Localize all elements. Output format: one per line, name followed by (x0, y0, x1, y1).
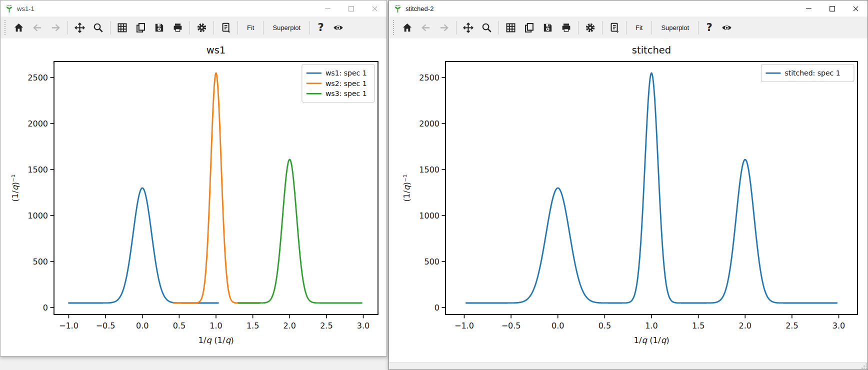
back-button[interactable] (416, 18, 435, 37)
title-bar[interactable]: ws1-1 (0, 0, 386, 16)
plot-canvas[interactable]: ws1−1.0−0.50.00.51.01.52.02.53.005001000… (0, 38, 386, 356)
x-tick-label: −1.0 (59, 321, 78, 330)
window-title: ws1-1 (17, 5, 34, 12)
x-tick-label: 2.0 (284, 321, 296, 330)
fit-button[interactable]: Fit (240, 18, 260, 37)
title-bar[interactable]: stitched-2 (389, 0, 868, 16)
generate-script-button[interactable] (605, 18, 624, 37)
back-button[interactable] (28, 18, 46, 37)
print-icon (560, 22, 572, 34)
minimize-button[interactable] (316, 0, 340, 16)
maximize-icon (347, 4, 356, 13)
toolbar-drag-handle[interactable] (393, 20, 394, 35)
y-tick-label: 0 (43, 303, 48, 312)
x-axis-label: 1/q (1/q) (198, 336, 234, 345)
forward-arrow-icon (50, 22, 62, 34)
print-button[interactable] (168, 18, 187, 37)
zoom-button[interactable] (478, 18, 496, 37)
toolbar-separator (190, 21, 190, 34)
zoom-magnifier-icon (92, 22, 104, 34)
resize-grip-icon[interactable] (860, 362, 868, 370)
y-tick-label: 0 (434, 303, 440, 312)
x-tick-label: 1.5 (692, 321, 704, 330)
back-arrow-icon (32, 22, 43, 34)
close-button[interactable] (844, 0, 868, 16)
legend[interactable]: stitched: spec 1 (761, 64, 854, 82)
copy-button[interactable] (132, 18, 150, 37)
toolbar-separator (602, 21, 602, 34)
toolbar-separator (310, 21, 310, 34)
zoom-magnifier-icon (481, 22, 492, 34)
print-button[interactable] (557, 18, 576, 37)
close-icon (852, 4, 860, 13)
grid-icon (116, 22, 128, 34)
x-tick-label: 3.0 (357, 321, 370, 330)
plot-options-button[interactable] (192, 18, 211, 37)
toolbar-separator (698, 21, 698, 34)
toolbar-separator (578, 21, 578, 34)
home-button[interactable] (10, 18, 28, 37)
pan-button[interactable] (459, 18, 478, 37)
chart-title: stitched (632, 44, 671, 56)
series-line-ws2 (174, 73, 260, 303)
save-floppy-icon (154, 22, 165, 34)
window-title: stitched-2 (406, 5, 434, 12)
plot-canvas[interactable]: stitched−1.0−0.50.00.51.01.52.02.53.0050… (389, 38, 868, 362)
toolbar-separator (626, 21, 626, 34)
zoom-button[interactable] (89, 18, 108, 37)
toolbar-separator (110, 21, 110, 34)
x-tick-label: 0.5 (173, 321, 186, 330)
x-tick-label: 1.0 (210, 321, 222, 330)
status-bar (389, 362, 868, 370)
pan-button[interactable] (70, 18, 89, 37)
plot-options-button[interactable] (581, 18, 600, 37)
maximize-button[interactable] (820, 0, 844, 16)
legend[interactable]: ws1: spec 1ws2: spec 1ws3: spec 1 (302, 64, 374, 102)
grid-icon (505, 22, 516, 34)
plot-toolbar: Fit Superplot ? (389, 16, 868, 38)
close-button[interactable] (363, 0, 386, 16)
grid-toggle-button[interactable] (113, 18, 132, 37)
home-button[interactable] (398, 18, 416, 37)
window-controls (797, 0, 868, 16)
mantid-logo-icon (394, 4, 402, 13)
y-axis-label: (1/q)⁻¹ (10, 174, 20, 202)
toggle-legend-button[interactable] (718, 18, 736, 37)
pan-move-icon (74, 22, 86, 34)
x-tick-label: −0.5 (96, 321, 116, 330)
superplot-button[interactable]: Superplot (266, 18, 307, 37)
grid-toggle-button[interactable] (502, 18, 520, 37)
plot-toolbar: Fit Superplot ? (0, 16, 386, 38)
forward-button[interactable] (435, 18, 454, 37)
y-tick-label: 2000 (419, 119, 440, 128)
superplot-button[interactable]: Superplot (654, 18, 696, 37)
maximize-icon (828, 4, 836, 13)
help-button[interactable]: ? (312, 18, 329, 37)
copy-button[interactable] (520, 18, 538, 37)
toolbar-drag-handle[interactable] (4, 20, 6, 35)
print-icon (172, 22, 184, 34)
forward-button[interactable] (46, 18, 65, 37)
x-tick-label: 1.5 (246, 321, 259, 330)
toolbar-separator (214, 21, 214, 34)
save-floppy-icon (542, 22, 554, 34)
fit-button[interactable]: Fit (629, 18, 649, 37)
save-button[interactable] (150, 18, 168, 37)
toolbar-separator (498, 21, 499, 34)
save-button[interactable] (538, 18, 557, 37)
script-icon (608, 22, 620, 34)
window-controls (316, 0, 386, 16)
chart-title: ws1 (206, 44, 226, 56)
y-tick-label: 2500 (419, 73, 440, 82)
x-tick-label: −1.0 (454, 321, 474, 330)
minimize-button[interactable] (797, 0, 820, 16)
toolbar-separator (456, 21, 456, 34)
series-line-ws3 (238, 160, 362, 303)
toolbar-separator (652, 21, 652, 34)
maximize-button[interactable] (340, 0, 363, 16)
help-button[interactable]: ? (701, 18, 718, 37)
generate-script-button[interactable] (216, 18, 235, 37)
toggle-legend-button[interactable] (329, 18, 348, 37)
x-tick-label: 2.5 (786, 321, 798, 330)
x-tick-label: 3.0 (832, 321, 845, 330)
